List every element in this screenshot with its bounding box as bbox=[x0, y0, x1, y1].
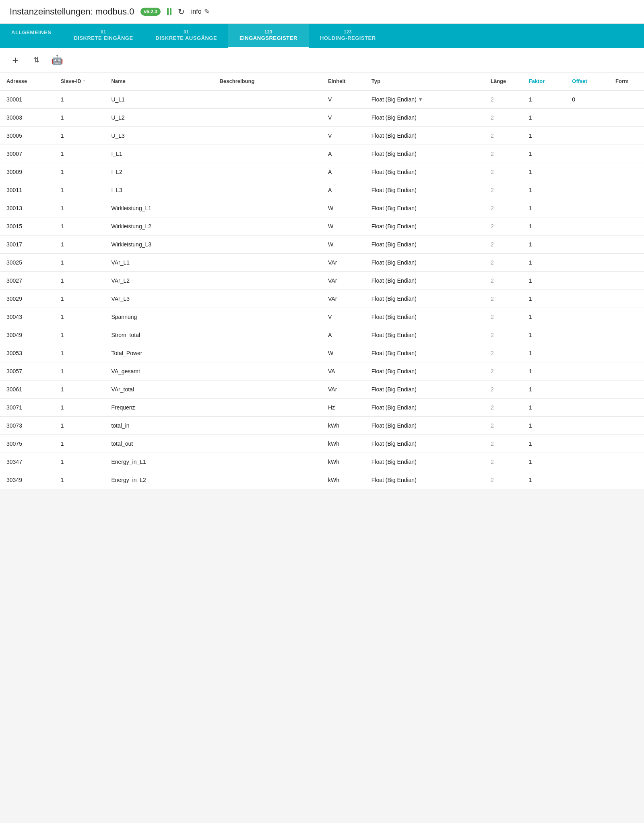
cell-adresse: 30025 bbox=[0, 254, 54, 272]
cell-name: Energy_in_L2 bbox=[105, 471, 213, 489]
table-row[interactable]: 30029 1 VAr_L3 VAr Float (Big Endian) 2 … bbox=[0, 290, 644, 308]
cell-offset bbox=[566, 399, 609, 417]
cell-faktor: 1 bbox=[522, 399, 566, 417]
table-row[interactable]: 30003 1 U_L2 V Float (Big Endian) 2 1 bbox=[0, 109, 644, 127]
cell-faktor: 1 bbox=[522, 308, 566, 326]
table-row[interactable]: 30027 1 VAr_L2 VAr Float (Big Endian) 2 … bbox=[0, 272, 644, 290]
cell-beschreibung bbox=[213, 217, 322, 236]
tab-holding-register[interactable]: 123 HOLDING-REGISTER bbox=[309, 24, 387, 48]
cell-einheit: kWh bbox=[322, 417, 365, 435]
table-row[interactable]: 30011 1 I_L3 A Float (Big Endian) 2 1 bbox=[0, 181, 644, 199]
robot-button[interactable]: 🤖 bbox=[50, 53, 64, 67]
info-link[interactable]: info ✎ bbox=[191, 7, 210, 16]
cell-faktor: 1 bbox=[522, 326, 566, 344]
cell-typ: Float (Big Endian) bbox=[365, 344, 484, 362]
cell-einheit: VA bbox=[322, 362, 365, 380]
typ-value: Float (Big Endian) bbox=[372, 96, 417, 103]
cell-adresse: 30029 bbox=[0, 290, 54, 308]
cell-offset bbox=[566, 181, 609, 199]
tab-allgemeines[interactable]: ALLGEMEINES bbox=[0, 24, 62, 48]
refresh-icon[interactable]: ↻ bbox=[178, 7, 185, 17]
tab-diskrete-ausgaenge[interactable]: 01 DISKRETE AUSGÄNGE bbox=[144, 24, 228, 48]
cell-laenge: 2 bbox=[484, 236, 522, 254]
cell-laenge: 2 bbox=[484, 435, 522, 453]
cell-einheit: W bbox=[322, 199, 365, 217]
table-row[interactable]: 30007 1 I_L1 A Float (Big Endian) 2 1 bbox=[0, 145, 644, 163]
cell-slaveid: 1 bbox=[54, 308, 105, 326]
cell-faktor: 1 bbox=[522, 290, 566, 308]
col-header-name: Name bbox=[105, 72, 213, 90]
cell-laenge: 2 bbox=[484, 90, 522, 109]
pause-bar-1 bbox=[167, 8, 169, 15]
dropdown-arrow-icon[interactable]: ▼ bbox=[418, 97, 423, 102]
cell-name: U_L3 bbox=[105, 127, 213, 145]
cell-offset bbox=[566, 471, 609, 489]
table-row[interactable]: 30349 1 Energy_in_L2 kWh Float (Big Endi… bbox=[0, 471, 644, 489]
table-row[interactable]: 30053 1 Total_Power W Float (Big Endian)… bbox=[0, 344, 644, 362]
tab-diskrete-eingaenge[interactable]: 01 DISKRETE EINGÄNGE bbox=[62, 24, 144, 48]
cell-beschreibung bbox=[213, 127, 322, 145]
cell-slaveid: 1 bbox=[54, 326, 105, 344]
edit-icon[interactable]: ✎ bbox=[204, 7, 210, 16]
table-row[interactable]: 30347 1 Energy_in_L1 kWh Float (Big Endi… bbox=[0, 453, 644, 471]
table-row[interactable]: 30009 1 I_L2 A Float (Big Endian) 2 1 bbox=[0, 163, 644, 181]
cell-typ: Float (Big Endian) bbox=[365, 145, 484, 163]
pause-bar-2 bbox=[170, 8, 171, 15]
cell-typ: Float (Big Endian) bbox=[365, 109, 484, 127]
table-row[interactable]: 30017 1 Wirkleistung_L3 W Float (Big End… bbox=[0, 236, 644, 254]
cell-adresse: 30347 bbox=[0, 453, 54, 471]
cell-laenge: 2 bbox=[484, 453, 522, 471]
cell-typ: Float (Big Endian) bbox=[365, 181, 484, 199]
cell-einheit: W bbox=[322, 344, 365, 362]
cell-form bbox=[609, 254, 644, 272]
cell-einheit: A bbox=[322, 181, 365, 199]
cell-einheit: W bbox=[322, 236, 365, 254]
cell-faktor: 1 bbox=[522, 362, 566, 380]
cell-beschreibung bbox=[213, 362, 322, 380]
add-button[interactable]: + bbox=[8, 53, 23, 67]
tab-diskrete-eingaenge-number: 01 bbox=[101, 29, 106, 34]
cell-typ: Float (Big Endian) bbox=[365, 326, 484, 344]
cell-faktor: 1 bbox=[522, 90, 566, 109]
cell-offset bbox=[566, 145, 609, 163]
tab-eingangsregister[interactable]: 123 EINGANGSREGISTER bbox=[228, 24, 309, 48]
table-row[interactable]: 30001 1 U_L1 V Float (Big Endian) ▼ 2 1 … bbox=[0, 90, 644, 109]
pause-button[interactable] bbox=[167, 8, 171, 15]
cell-offset bbox=[566, 127, 609, 145]
cell-laenge: 2 bbox=[484, 145, 522, 163]
table-row[interactable]: 30049 1 Strom_total A Float (Big Endian)… bbox=[0, 326, 644, 344]
table-row[interactable]: 30015 1 Wirkleistung_L2 W Float (Big End… bbox=[0, 217, 644, 236]
cell-form bbox=[609, 290, 644, 308]
cell-laenge: 2 bbox=[484, 217, 522, 236]
cell-name: Frequenz bbox=[105, 399, 213, 417]
cell-name: Wirkleistung_L1 bbox=[105, 199, 213, 217]
cell-offset bbox=[566, 163, 609, 181]
cell-laenge: 2 bbox=[484, 308, 522, 326]
cell-beschreibung bbox=[213, 417, 322, 435]
cell-offset bbox=[566, 362, 609, 380]
sort-button[interactable]: ⇅ bbox=[29, 53, 43, 67]
cell-name: Strom_total bbox=[105, 326, 213, 344]
table-row[interactable]: 30057 1 VA_gesamt VA Float (Big Endian) … bbox=[0, 362, 644, 380]
cell-adresse: 30043 bbox=[0, 308, 54, 326]
cell-faktor: 1 bbox=[522, 217, 566, 236]
cell-name: VAr_L3 bbox=[105, 290, 213, 308]
cell-beschreibung bbox=[213, 453, 322, 471]
cell-adresse: 30071 bbox=[0, 399, 54, 417]
table-row[interactable]: 30043 1 Spannung V Float (Big Endian) 2 … bbox=[0, 308, 644, 326]
cell-name: VAr_L2 bbox=[105, 272, 213, 290]
cell-adresse: 30011 bbox=[0, 181, 54, 199]
cell-faktor: 1 bbox=[522, 181, 566, 199]
table-row[interactable]: 30005 1 U_L3 V Float (Big Endian) 2 1 bbox=[0, 127, 644, 145]
table-row[interactable]: 30073 1 total_in kWh Float (Big Endian) … bbox=[0, 417, 644, 435]
table-row[interactable]: 30025 1 VAr_L1 VAr Float (Big Endian) 2 … bbox=[0, 254, 644, 272]
cell-slaveid: 1 bbox=[54, 362, 105, 380]
table-row[interactable]: 30061 1 VAr_total VAr Float (Big Endian)… bbox=[0, 380, 644, 399]
cell-slaveid: 1 bbox=[54, 471, 105, 489]
tab-eingangsregister-number: 123 bbox=[264, 29, 272, 34]
table-row[interactable]: 30013 1 Wirkleistung_L1 W Float (Big End… bbox=[0, 199, 644, 217]
cell-offset bbox=[566, 380, 609, 399]
cell-adresse: 30049 bbox=[0, 326, 54, 344]
table-row[interactable]: 30071 1 Frequenz Hz Float (Big Endian) 2… bbox=[0, 399, 644, 417]
table-row[interactable]: 30075 1 total_out kWh Float (Big Endian)… bbox=[0, 435, 644, 453]
